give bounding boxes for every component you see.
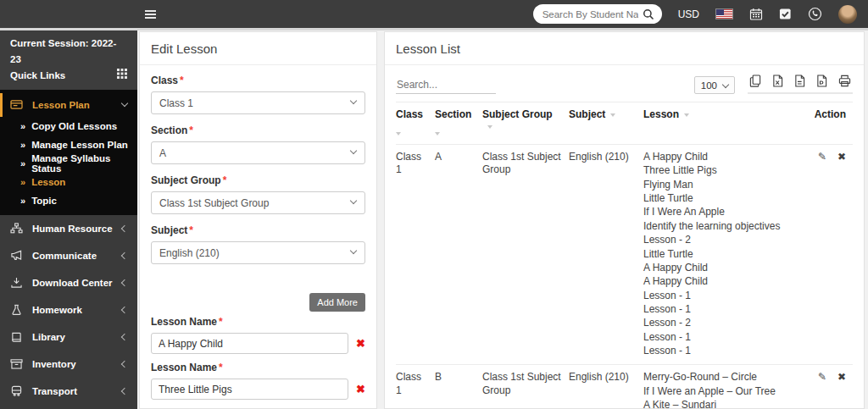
sidebar-item-hostel[interactable]: Hostel (0, 405, 137, 409)
col-class[interactable]: Class (396, 102, 435, 145)
double-arrow-icon: » (20, 121, 25, 131)
cell-subject-group: Class 1st Subject Group (482, 365, 569, 409)
chevron-down-icon (350, 147, 357, 154)
menu-toggle-icon[interactable] (145, 10, 156, 19)
copy-icon[interactable] (749, 75, 761, 87)
col-lesson[interactable]: Lesson (643, 102, 807, 145)
us-flag-icon[interactable] (715, 8, 733, 19)
remove-lesson-icon[interactable]: ✖ (356, 384, 365, 395)
page-size-select[interactable]: 100 (694, 76, 735, 94)
sidebar-item-homework[interactable]: Homework (0, 296, 137, 323)
lesson-list-title: Lesson List (385, 32, 864, 65)
add-more-button[interactable]: Add More (309, 293, 365, 312)
sidebar-item-inventory[interactable]: Inventory (0, 351, 137, 378)
sidebar-item-lesson-plan[interactable]: Lesson Plan (0, 93, 137, 117)
book-icon (10, 331, 25, 342)
edit-icon[interactable]: ✎ (818, 371, 826, 383)
sort-icon (684, 113, 689, 117)
quick-links-label: Quick Links (10, 68, 65, 84)
chevron-down-icon (350, 247, 357, 254)
table-row: Class 1 A Class 1st Subject Group Englis… (396, 145, 853, 365)
lesson-name-input[interactable] (151, 379, 348, 400)
download-icon (10, 277, 25, 288)
required-marker: * (219, 316, 223, 328)
csv-icon[interactable] (794, 75, 805, 87)
excel-icon[interactable] (772, 75, 783, 87)
subject-group-field: Subject Group* Class 1st Subject Group (151, 174, 365, 214)
cell-section: B (435, 365, 482, 409)
cell-subject: English (210) (569, 365, 643, 409)
required-marker: * (180, 75, 184, 86)
lesson-line: Little Turtle (643, 192, 800, 205)
delete-icon[interactable]: ✖ (837, 151, 846, 163)
sort-icon (396, 132, 401, 135)
sidebar-item-manage-lesson-plan[interactable]: »Manage Lesson Plan (0, 135, 137, 154)
lesson-line: Lesson - 1 (643, 303, 800, 316)
sidebar-item-download-center[interactable]: Download Center (0, 269, 137, 296)
lesson-line: Lesson - 1 (643, 331, 800, 344)
lesson-line: Lesson - 2 (643, 317, 800, 329)
delete-icon[interactable]: ✖ (837, 371, 846, 383)
calendar-icon[interactable] (749, 8, 763, 21)
lesson-name-field: Lesson Name* ✖ (151, 316, 365, 354)
section-label: Section (151, 124, 187, 136)
subject-group-select[interactable]: Class 1st Subject Group (151, 191, 365, 214)
sidebar-item-copy-old-lessons[interactable]: »Copy Old Lessons (0, 117, 137, 135)
currency-label[interactable]: USD (678, 8, 699, 20)
col-subject-group[interactable]: Subject Group (482, 102, 569, 145)
sidebar-item-topic[interactable]: »Topic (0, 191, 137, 210)
cell-class: Class 1 (396, 365, 435, 409)
col-subject[interactable]: Subject (569, 102, 643, 145)
table-row: Class 1 B Class 1st Subject Group Englis… (396, 365, 853, 409)
class-select-value: Class 1 (159, 97, 193, 109)
double-arrow-icon: » (20, 158, 25, 169)
remove-lesson-icon[interactable]: ✖ (356, 338, 365, 349)
class-select[interactable]: Class 1 (151, 91, 365, 114)
table-search-input[interactable] (396, 76, 496, 94)
lesson-line: Flying Man (643, 179, 800, 191)
bus-icon (10, 385, 25, 396)
edit-icon[interactable]: ✎ (818, 151, 826, 163)
section-field: Section* A (151, 124, 365, 164)
quick-links-grid-icon[interactable] (117, 68, 127, 84)
student-search-input[interactable] (542, 9, 638, 19)
edit-lesson-panel: Edit Lesson Class* Class 1 Section* A Su… (139, 31, 377, 409)
section-select[interactable]: A (151, 141, 365, 164)
sitemap-icon (10, 223, 25, 234)
pdf-icon[interactable] (816, 75, 827, 87)
cell-subject-group: Class 1st Subject Group (482, 145, 569, 365)
double-arrow-icon: » (20, 177, 25, 187)
lesson-name-input[interactable] (151, 333, 348, 354)
user-avatar[interactable] (838, 5, 857, 24)
flask-icon (10, 304, 25, 315)
lesson-line: Lesson - 2 (643, 234, 800, 246)
sidebar-item-lesson[interactable]: »Lesson (0, 173, 137, 191)
student-search[interactable] (533, 4, 662, 24)
col-action: Action (807, 102, 853, 145)
section-select-value: A (159, 147, 166, 159)
sidebar: Current Session: 2022-23 Quick Links Les… (0, 30, 137, 409)
cell-lessons: A Happy ChildThree Little PigsFlying Man… (643, 145, 807, 365)
cell-lessons: Merry-Go-Round – CircleIf I Were an Appl… (643, 365, 807, 409)
sidebar-item-transport[interactable]: Transport (0, 378, 137, 405)
sidebar-item-manage-syllabus-status[interactable]: »Manage Syllabus Status (0, 154, 137, 173)
sidebar-item-communicate[interactable]: Communicate (0, 242, 137, 269)
lesson-table: Class Section Subject Group Subject Less… (396, 102, 853, 409)
subject-select[interactable]: English (210) (151, 241, 365, 264)
subject-group-select-value: Class 1st Subject Group (159, 197, 269, 209)
col-section[interactable]: Section (435, 102, 482, 145)
sidebar-item-human-resource[interactable]: Human Resource (0, 215, 137, 242)
task-check-icon[interactable] (779, 8, 792, 20)
class-field: Class* Class 1 (151, 75, 365, 114)
lesson-line: A Happy Child (643, 262, 800, 274)
class-label: Class (151, 75, 178, 86)
whatsapp-icon[interactable] (808, 7, 822, 21)
lesson-line: A Happy Child (643, 151, 800, 163)
cell-section: A (435, 145, 482, 365)
sidebar-item-library[interactable]: Library (0, 323, 137, 351)
sidebar-header: Current Session: 2022-23 Quick Links (0, 30, 137, 90)
subject-field: Subject* English (210) (151, 224, 365, 264)
lesson-name-label: Lesson Name (151, 316, 217, 328)
print-icon[interactable] (838, 75, 851, 87)
search-icon[interactable] (643, 8, 654, 20)
